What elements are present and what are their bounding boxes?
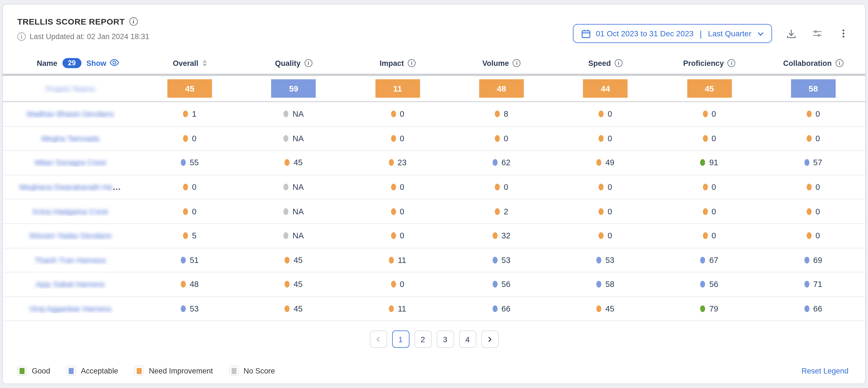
team-name-cell[interactable]: Projets Teams xyxy=(3,84,138,93)
score-dot xyxy=(391,135,396,142)
legend-swatch-box xyxy=(66,366,76,376)
score-cell-overall: 5 xyxy=(138,231,242,240)
score-badge-collaboration[interactable]: 58 xyxy=(791,79,836,98)
score-dot xyxy=(183,208,188,215)
score-badge-volume[interactable]: 48 xyxy=(479,79,524,98)
score-badge-quality[interactable]: 59 xyxy=(271,79,316,98)
legend-item-no-score[interactable]: No Score xyxy=(229,366,275,376)
column-header-volume[interactable]: Volumei xyxy=(450,59,554,67)
score-badge-overall[interactable]: 45 xyxy=(167,79,212,98)
show-names-button[interactable]: Show xyxy=(86,58,119,68)
chevron-down-icon xyxy=(756,30,764,37)
score-cell-quality: 45 xyxy=(242,158,346,167)
reset-legend-link[interactable]: Reset Legend xyxy=(802,366,848,375)
next-page-button[interactable] xyxy=(481,331,498,348)
team-name-blurred: Projets Teams xyxy=(46,84,95,93)
score-cell-collaboration: 69 xyxy=(761,256,865,265)
score-badge-impact[interactable]: 11 xyxy=(375,79,420,98)
page-title: TRELLIS SCORE REPORT xyxy=(17,17,125,26)
member-row: Shivam Yadav Devdans5NA032000 xyxy=(3,224,865,248)
score-dot xyxy=(284,111,289,118)
column-info-icon[interactable]: i xyxy=(728,59,736,67)
member-name-cell[interactable]: Ajay Sabat Harness xyxy=(3,280,138,289)
score-cell-speed: 0 xyxy=(553,207,657,216)
page-button-2[interactable]: 2 xyxy=(414,331,432,348)
score-value: 0 xyxy=(815,231,820,240)
score-dot xyxy=(804,159,809,166)
member-row: Viraj Agganbar Harness53451166457966 xyxy=(3,297,865,321)
member-name-cell[interactable]: Thanh Tran Harness xyxy=(3,256,138,265)
member-name-cell[interactable]: Krina Hadgama Crest xyxy=(3,207,138,216)
member-row: Megha Tamvada0NA00000 xyxy=(3,126,865,151)
score-value: 0 xyxy=(192,207,196,216)
member-name-cell[interactable]: Viraj Agganbar Harness xyxy=(3,304,138,313)
column-info-icon[interactable]: i xyxy=(615,59,623,67)
score-dot xyxy=(596,159,601,166)
column-header-impact[interactable]: Impacti xyxy=(346,59,450,67)
page-button-4[interactable]: 4 xyxy=(459,331,476,348)
column-header-collaboration[interactable]: Collaborationi xyxy=(761,59,865,67)
sort-icon[interactable] xyxy=(202,60,207,66)
download-icon[interactable] xyxy=(784,26,798,41)
score-cell-overall: 0 xyxy=(138,207,242,216)
title-info-icon[interactable]: i xyxy=(129,17,137,26)
score-cell-impact: 0 xyxy=(346,207,450,216)
column-header-proficiency[interactable]: Proficiencyi xyxy=(657,59,762,67)
score-badge-speed[interactable]: 44 xyxy=(583,79,628,98)
score-badge-cell: 11 xyxy=(346,79,450,98)
column-info-icon[interactable]: i xyxy=(305,59,312,67)
name-ellipsis: ... xyxy=(113,183,121,191)
previous-page-button[interactable] xyxy=(370,331,387,348)
legend-item-acceptable[interactable]: Acceptable xyxy=(66,366,118,376)
column-info-icon[interactable]: i xyxy=(836,59,843,67)
kebab-menu-icon[interactable] xyxy=(836,26,851,41)
score-dot xyxy=(284,135,289,142)
member-name-cell[interactable]: Megha Tamvada xyxy=(3,134,138,143)
column-header-speed[interactable]: Speedi xyxy=(553,59,657,67)
date-range-text: 01 Oct 2023 to 31 Dec 2023 xyxy=(596,29,693,38)
column-header-overall[interactable]: Overall xyxy=(138,59,242,67)
score-cell-volume: 56 xyxy=(450,280,554,289)
legend-bar: GoodAcceptableNeed ImprovementNo Score R… xyxy=(17,366,848,376)
sliders-icon[interactable] xyxy=(810,26,825,41)
page-button-3[interactable]: 3 xyxy=(436,331,454,348)
column-header-quality[interactable]: Qualityi xyxy=(242,59,346,67)
column-info-icon[interactable]: i xyxy=(513,59,521,67)
member-name-cell[interactable]: Shivam Yadav Devdans xyxy=(3,231,138,240)
team-summary-row: Projets Teams45591148444558 xyxy=(3,76,865,102)
member-name-cell[interactable]: Madhav Bhasin Devdans xyxy=(3,110,138,119)
score-dot xyxy=(284,233,289,239)
score-dot xyxy=(596,257,601,264)
score-dot xyxy=(807,233,812,239)
last-updated-text: Last Updated at: 02 Jan 2024 18:31 xyxy=(30,32,149,41)
name-header-label: Name xyxy=(37,59,58,67)
column-label: Impact xyxy=(380,59,404,67)
score-badge-proficiency[interactable]: 45 xyxy=(687,79,732,98)
legend-item-good[interactable]: Good xyxy=(17,366,50,376)
page-button-1[interactable]: 1 xyxy=(392,331,409,348)
score-dot xyxy=(804,257,809,264)
legend-label: Acceptable xyxy=(81,366,118,375)
date-range-button[interactable]: 01 Oct 2023 to 31 Dec 2023 | Last Quarte… xyxy=(573,24,772,43)
legend-swatch xyxy=(137,368,142,374)
member-row: Madhav Bhasin Devdans1NA08000 xyxy=(3,102,865,126)
score-cell-speed: 0 xyxy=(553,183,657,191)
member-name-cell[interactable]: Meghana Dwarakanath Ha... xyxy=(3,183,138,191)
score-dot xyxy=(493,233,498,239)
score-cell-impact: 0 xyxy=(346,134,450,143)
score-dot xyxy=(701,305,705,312)
member-name-cell[interactable]: Milan Sonagra Crest xyxy=(3,158,138,167)
legend-swatch xyxy=(231,368,236,374)
score-dot xyxy=(807,135,812,142)
score-value: 0 xyxy=(712,231,716,240)
score-value: 48 xyxy=(190,280,198,289)
score-value: 0 xyxy=(504,134,508,143)
legend-item-need-improvement[interactable]: Need Improvement xyxy=(134,366,213,376)
score-value: 66 xyxy=(501,304,510,313)
column-label: Speed xyxy=(588,59,611,67)
score-cell-proficiency: 0 xyxy=(657,183,762,191)
score-dot xyxy=(181,257,186,264)
column-info-icon[interactable]: i xyxy=(408,59,415,67)
score-cell-quality: 45 xyxy=(242,280,346,289)
member-name-blurred: Viraj Agganbar Harness xyxy=(29,304,111,313)
